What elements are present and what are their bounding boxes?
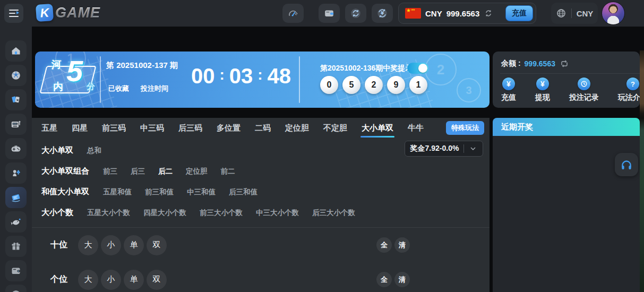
sidebar-item-sports[interactable]	[5, 65, 27, 86]
play-group-item[interactable]: 后三大小个数	[312, 208, 355, 218]
game-tab[interactable]: 大小单双	[362, 123, 393, 133]
yen-circle-icon: ¥	[536, 78, 549, 90]
play-group-item[interactable]: 前三	[103, 167, 117, 176]
wallet-card: 余额 : 999.6563 ¥充值¥提现投注记录?玩法介绍	[493, 51, 640, 108]
winning-ball: 0	[320, 76, 338, 94]
select-all-button[interactable]: 全	[376, 272, 392, 287]
game-tab[interactable]: 中三码	[140, 123, 164, 133]
bet-option[interactable]: 双	[147, 235, 167, 255]
play-group-item[interactable]: 前三和值	[145, 187, 174, 197]
fish-icon	[10, 216, 22, 228]
bet-option[interactable]: 双	[147, 270, 167, 290]
divider	[571, 8, 572, 18]
game-tab[interactable]: 多位置	[217, 123, 241, 133]
china-flag-icon: ★★★	[405, 8, 421, 19]
game-tab[interactable]: 定位胆	[285, 123, 309, 133]
quick-link-提现[interactable]: ¥提现	[535, 78, 550, 102]
refresh-icon[interactable]	[484, 8, 493, 18]
quick-link-label: 充值	[501, 93, 516, 102]
play-groups: 大小单双总和大小单双组合前三后三后二定位胆前二和值大小单双五星和值前三和值中三和…	[41, 140, 399, 223]
divider	[463, 144, 464, 153]
sidebar-item-wallet[interactable]	[5, 260, 27, 281]
sidebar-item-chess[interactable]	[5, 162, 27, 184]
game-tab[interactable]: 四星	[72, 123, 88, 133]
bet-option[interactable]: 大	[78, 235, 98, 255]
play-group-item[interactable]: 总和	[87, 146, 101, 156]
play-group-item[interactable]: 五星和值	[103, 187, 132, 197]
sidebar-item-lottery[interactable]	[5, 187, 27, 208]
chevron-down-icon	[469, 144, 477, 153]
quick-link-玩法介绍[interactable]: ?玩法介绍	[618, 78, 640, 102]
bet-option[interactable]: 小	[101, 270, 121, 290]
play-group-row: 和值大小单双五星和值前三和值中三和值后三和值	[41, 182, 399, 202]
play-group-item[interactable]: 后二	[158, 167, 173, 176]
menu-toggle-button[interactable]	[4, 4, 23, 23]
wallet-quick-links: ¥充值¥提现投注记录?玩法介绍	[501, 78, 640, 102]
winning-numbers: 05291	[320, 76, 427, 94]
special-play-button[interactable]: 特殊玩法	[446, 121, 484, 135]
bonus-rate-dropdown[interactable]: 奖金7.92-0.0%	[405, 141, 483, 157]
play-group-item[interactable]: 中三和值	[187, 187, 216, 197]
winning-ball: 5	[342, 76, 360, 94]
play-group-items: 前三后三后二定位胆前二	[103, 167, 235, 176]
bet-option[interactable]: 小	[101, 235, 121, 255]
slot-machine-icon	[10, 118, 22, 130]
language-selector[interactable]: CNY	[551, 3, 598, 24]
game-tab[interactable]: 牛牛	[408, 123, 424, 133]
play-group-item[interactable]: 后三和值	[229, 187, 257, 197]
brand-logo[interactable]: K GAME	[36, 4, 100, 21]
globe-bottom-icon	[10, 289, 22, 292]
customer-service-button[interactable]	[615, 153, 638, 176]
header-button-sync[interactable]	[345, 4, 366, 23]
quick-link-投注记录[interactable]: 投注记录	[569, 78, 599, 102]
clear-button[interactable]: 清	[394, 272, 410, 287]
game-tab[interactable]: 前三码	[102, 123, 126, 133]
play-group-item[interactable]: 中三大小个数	[256, 208, 299, 218]
sidebar-item-fishing[interactable]	[5, 211, 27, 233]
game-tab[interactable]: 不定胆	[323, 123, 347, 133]
left-sidebar	[0, 27, 32, 292]
game-tab[interactable]: 二码	[255, 123, 271, 133]
play-group-items: 总和	[87, 146, 101, 156]
sidebar-item-world[interactable]	[5, 285, 27, 292]
wallet-icon	[10, 265, 22, 277]
game-tab[interactable]: 五星	[41, 123, 57, 133]
header-button-wallet-shortcut[interactable]	[319, 4, 340, 23]
clear-button[interactable]: 清	[394, 237, 410, 253]
sidebar-item-poker[interactable]	[5, 89, 27, 110]
countdown-minutes: 03	[229, 64, 253, 88]
play-group-item[interactable]: 前三大小个数	[200, 208, 243, 218]
header-button-network-signal[interactable]	[282, 4, 304, 23]
select-all-button[interactable]: 全	[376, 237, 392, 253]
winning-tip-toggle[interactable]	[407, 63, 428, 74]
bet-position-label: 十位	[50, 239, 78, 251]
play-group-label: 和值大小单双	[41, 187, 89, 197]
play-group-item[interactable]: 四星大小个数	[143, 208, 186, 218]
logo-k-badge: K	[36, 4, 54, 22]
deposit-button[interactable]: 充值	[505, 5, 533, 21]
sidebar-item-arcade[interactable]	[5, 138, 27, 159]
play-group-label: 大小单双	[41, 145, 73, 156]
bet-row-actions: 全清	[376, 237, 410, 253]
play-group-row: 大小个数五星大小个数四星大小个数前三大小个数中三大小个数后三大小个数	[41, 202, 399, 223]
header-button-currency-exchange[interactable]: ¥	[372, 4, 393, 23]
sidebar-item-promotions[interactable]	[5, 236, 27, 257]
header-left-icons	[282, 4, 304, 23]
sidebar-item-home[interactable]	[5, 40, 27, 62]
play-group-item[interactable]: 后三	[131, 167, 145, 176]
favorited-button[interactable]: 已收藏	[108, 84, 129, 93]
balance-pill[interactable]: ★★★ CNY 999.6563 充值	[398, 3, 536, 24]
refresh-square-icon[interactable]	[559, 58, 570, 69]
sidebar-item-slots[interactable]	[5, 114, 27, 135]
bet-option[interactable]: 单	[124, 235, 144, 255]
quick-link-充值[interactable]: ¥充值	[501, 78, 516, 102]
play-group-item[interactable]: 定位胆	[186, 167, 208, 176]
bet-option[interactable]: 单	[124, 270, 144, 290]
play-group-item[interactable]: 五星大小个数	[87, 208, 130, 218]
play-group-item[interactable]: 前二	[221, 167, 235, 176]
bet-option[interactable]: 大	[78, 270, 98, 290]
game-tab[interactable]: 后三码	[178, 123, 202, 133]
header-icon-group: ¥	[319, 4, 393, 23]
user-avatar[interactable]	[602, 2, 625, 25]
bet-area: 十位大小单双全清个位大小单双全清	[32, 228, 490, 292]
